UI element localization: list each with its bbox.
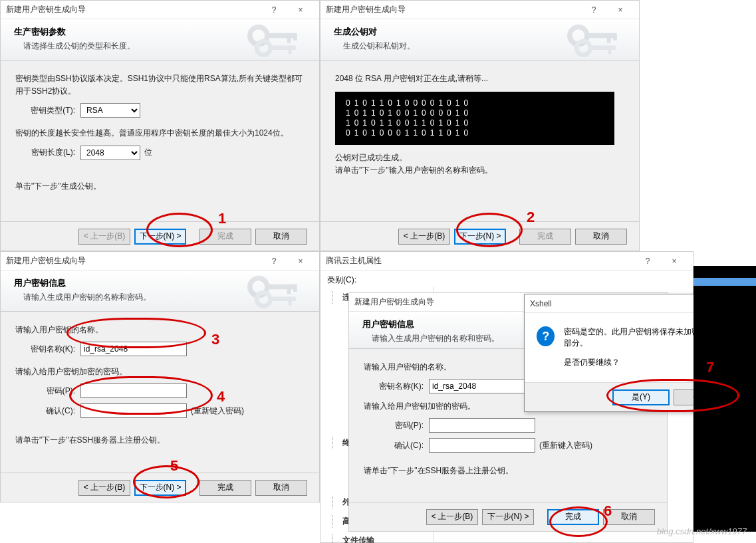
key-wizard-step1: 新建用户密钥生成向导 ? × 生产密钥参数 请选择生成公钥的类型和长度。 密钥类… (0, 0, 320, 251)
close-icon[interactable]: × (607, 5, 634, 15)
titlebar: 新建用户密钥生成向导 ? × (1, 1, 319, 19)
confirm-input[interactable] (429, 438, 535, 453)
yes-button[interactable]: 是(Y) (612, 389, 670, 405)
dialog-title: 腾讯云主机属性 (326, 255, 634, 267)
reg-hint: 请单击"下一步"在SSH服务器上注册公钥。 (15, 434, 305, 447)
keys-icon (239, 22, 313, 59)
info-icon: ? (537, 326, 555, 346)
key-length-label: 密钥长度(L): (15, 146, 75, 159)
help-icon[interactable]: ? (261, 5, 287, 15)
close-icon[interactable]: × (661, 257, 688, 266)
watermark: blog.csdn.net/xww1977 (657, 526, 747, 536)
key-type-desc: 密钥类型由SSH协议版本决定。SSH1协议中只能使用RSA算法,所有关键类型都可… (15, 72, 305, 98)
retype-hint: (重新键入密码) (191, 405, 244, 417)
back-button[interactable]: < 上一步(B) (426, 509, 478, 525)
wizard-header: 生产密钥参数 请选择生成公钥的类型和长度。 (1, 19, 319, 60)
help-icon[interactable]: ? (580, 5, 607, 15)
close-icon[interactable]: × (287, 257, 314, 266)
annot-2: 2 (527, 209, 535, 226)
button-bar: < 上一步(B) 下一步(N) > 完成 取消 (320, 221, 639, 251)
retype-hint: (重新键入密码) (539, 439, 592, 452)
pass-prompt: 请输入给用户密钥加密的密码。 (15, 366, 305, 378)
next-button[interactable]: 下一步(N) > (454, 229, 506, 245)
next-button[interactable]: 下一步(N) > (482, 509, 534, 525)
dialog-title: 新建用户密钥生成向导 (6, 255, 261, 267)
binary-matrix: 010110100001010 101101001000010 10101100… (335, 92, 614, 145)
terminal-tab (693, 278, 756, 286)
button-bar: < 上一步(B) 下一步(N) > 完成 取消 (1, 473, 319, 502)
finish-button: 完成 (519, 229, 571, 245)
annot-6: 6 (604, 502, 612, 520)
password-label: 密码(P): (15, 385, 75, 397)
key-type-select[interactable]: RSA (80, 103, 140, 118)
back-button[interactable]: < 上一步(B) (78, 480, 130, 496)
keys-icon (239, 273, 313, 310)
confirm-label: 确认(C): (15, 405, 75, 417)
generating-text: 2048 位 RSA 用户密钥对正在生成,请稍等... (335, 72, 624, 85)
dialog-title: 新建用户密钥生成向导 (6, 4, 261, 15)
done-text-2: 请单击"下一步"输入用户密钥的名称和密码。 (335, 164, 624, 177)
key-name-label: 密钥名称(K): (15, 343, 75, 356)
key-wizard-step3: 新建用户密钥生成向导 ? × 用户密钥信息 请输入生成用户密钥的名称和密码。 请… (0, 251, 320, 502)
annot-7: 7 (706, 359, 714, 376)
key-type-label: 密钥类型(T): (15, 104, 75, 117)
back-button[interactable]: < 上一步(B) (398, 229, 450, 245)
close-icon[interactable]: × (287, 5, 314, 15)
password-input[interactable] (429, 418, 535, 433)
cancel-button[interactable]: 取消 (255, 480, 307, 496)
keys-icon (559, 22, 632, 59)
next-button[interactable]: 下一步(N) > (134, 480, 186, 496)
finish-button: 完成 (199, 229, 251, 245)
back-button: < 上一步(B) (78, 229, 130, 245)
key-wizard-step2: 新建用户密钥生成向导 ? × 生成公钥对 生成公钥和私钥对。 2048 位 RS… (320, 0, 640, 251)
name-prompt: 请输入用户密钥的名称。 (15, 324, 305, 336)
cancel-button[interactable]: 取消 (255, 229, 307, 245)
button-bar: < 上一步(B) 下一步(N) > 完成 取消 (1, 221, 319, 251)
bits-unit: 位 (144, 146, 152, 159)
finish-button[interactable]: 完成 (199, 480, 251, 496)
done-text-1: 公钥对已成功生成。 (335, 152, 624, 164)
key-length-select[interactable]: 2048 (80, 146, 140, 160)
password-label: 密码(P): (364, 419, 424, 432)
key-name-input[interactable] (80, 342, 187, 356)
reg-hint: 请单击"下一步"在SSH服务器上注册公钥。 (364, 465, 652, 477)
help-icon[interactable]: ? (261, 257, 287, 266)
dialog-title: 新建用户密钥生成向导 (326, 4, 580, 15)
tree-file[interactable]: 文件传输 (342, 536, 374, 543)
password-input[interactable] (80, 383, 187, 398)
wizard-header: 用户密钥信息 请输入生成用户密钥的名称和密码。 (1, 271, 319, 312)
terminal-bg (693, 266, 756, 532)
cancel-button[interactable]: 取消 (575, 229, 627, 245)
next-hint: 单击"下一步"生成公钥。 (15, 180, 305, 193)
annot-5: 5 (170, 457, 178, 475)
button-bar: < 上一步(B) 下一步(N) > 完成 取消 (349, 502, 667, 531)
key-length-desc: 密钥的长度越长安全性越高。普通应用程序中密钥长度的最佳大小为1024位。 (15, 127, 305, 140)
key-name-label: 密钥名称(K): (364, 380, 424, 393)
next-button[interactable]: 下一步(N) > (134, 229, 186, 245)
confirm-input[interactable] (80, 403, 187, 418)
annot-3: 3 (211, 331, 219, 348)
titlebar: 新建用户密钥生成向导 ? × (320, 1, 639, 19)
msgbox-title: Xshell (530, 299, 711, 308)
key-name-input[interactable] (429, 379, 535, 393)
confirm-label: 确认(C): (364, 439, 424, 452)
titlebar: 腾讯云主机属性 ? × (320, 252, 693, 271)
finish-button[interactable]: 完成 (547, 509, 599, 525)
annot-4: 4 (217, 388, 225, 405)
help-icon[interactable]: ? (634, 257, 661, 266)
category-label: 类别(C): (320, 271, 693, 287)
annot-1: 1 (218, 210, 226, 227)
wizard-header: 生成公钥对 生成公钥和私钥对。 (320, 19, 639, 60)
titlebar: 新建用户密钥生成向导 ? × (1, 252, 319, 271)
